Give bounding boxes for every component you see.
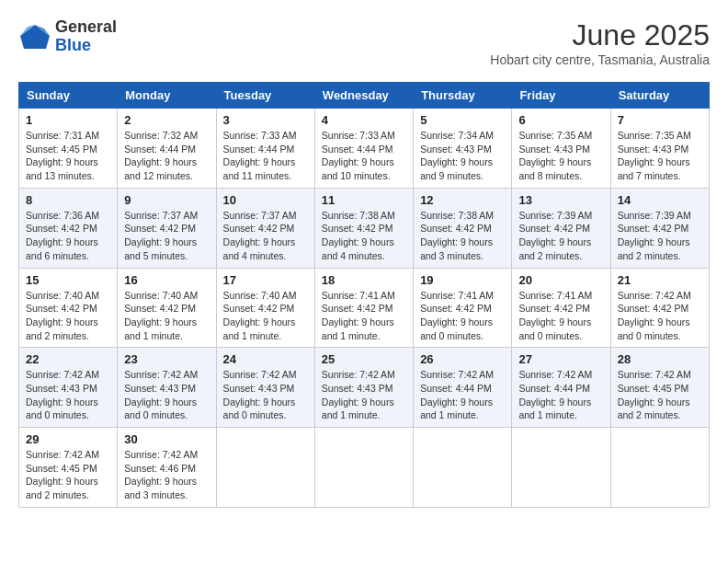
calendar-week-3: 15 Sunrise: 7:40 AM Sunset: 4:42 PM Dayl…: [19, 268, 710, 348]
table-row: 21 Sunrise: 7:42 AM Sunset: 4:42 PM Dayl…: [610, 268, 709, 348]
calendar-week-5: 29 Sunrise: 7:42 AM Sunset: 4:45 PM Dayl…: [19, 428, 710, 508]
table-row: [414, 428, 512, 508]
table-row: 27 Sunrise: 7:42 AM Sunset: 4:44 PM Dayl…: [512, 348, 610, 428]
calendar-week-4: 22 Sunrise: 7:42 AM Sunset: 4:43 PM Dayl…: [19, 348, 710, 428]
calendar-table: Sunday Monday Tuesday Wednesday Thursday…: [18, 82, 710, 508]
day-number: 7: [618, 113, 702, 127]
header-monday: Monday: [118, 83, 216, 109]
table-row: 12 Sunrise: 7:38 AM Sunset: 4:42 PM Dayl…: [414, 188, 512, 268]
day-number: 24: [223, 352, 308, 366]
day-info: Sunrise: 7:41 AM Sunset: 4:42 PM Dayligh…: [420, 289, 505, 343]
header-friday: Friday: [512, 83, 610, 109]
header-tuesday: Tuesday: [216, 83, 314, 109]
table-row: 15 Sunrise: 7:40 AM Sunset: 4:42 PM Dayl…: [19, 268, 118, 348]
table-row: 18 Sunrise: 7:41 AM Sunset: 4:42 PM Dayl…: [314, 268, 413, 348]
table-row: 3 Sunrise: 7:33 AM Sunset: 4:44 PM Dayli…: [216, 109, 314, 189]
day-info: Sunrise: 7:33 AM Sunset: 4:44 PM Dayligh…: [223, 129, 308, 183]
day-info: Sunrise: 7:34 AM Sunset: 4:43 PM Dayligh…: [420, 129, 505, 183]
day-number: 30: [124, 432, 209, 446]
table-row: 10 Sunrise: 7:37 AM Sunset: 4:42 PM Dayl…: [216, 188, 314, 268]
logo: General Blue: [18, 18, 117, 55]
day-number: 17: [223, 273, 308, 287]
table-row: 22 Sunrise: 7:42 AM Sunset: 4:43 PM Dayl…: [19, 348, 118, 428]
table-row: 11 Sunrise: 7:38 AM Sunset: 4:42 PM Dayl…: [314, 188, 413, 268]
day-number: 10: [223, 193, 308, 207]
day-number: 20: [518, 273, 603, 287]
calendar-week-2: 8 Sunrise: 7:36 AM Sunset: 4:42 PM Dayli…: [19, 188, 710, 268]
header-thursday: Thursday: [414, 83, 512, 109]
svg-marker-0: [20, 25, 50, 49]
day-info: Sunrise: 7:31 AM Sunset: 4:45 PM Dayligh…: [26, 129, 110, 183]
logo-blue-text: Blue: [55, 37, 117, 55]
table-row: 28 Sunrise: 7:42 AM Sunset: 4:45 PM Dayl…: [610, 348, 709, 428]
calendar-week-1: 1 Sunrise: 7:31 AM Sunset: 4:45 PM Dayli…: [19, 109, 710, 189]
day-info: Sunrise: 7:40 AM Sunset: 4:42 PM Dayligh…: [223, 289, 308, 343]
day-info: Sunrise: 7:42 AM Sunset: 4:43 PM Dayligh…: [223, 368, 308, 422]
logo-text: General Blue: [55, 18, 117, 55]
table-row: 1 Sunrise: 7:31 AM Sunset: 4:45 PM Dayli…: [19, 109, 118, 189]
day-info: Sunrise: 7:39 AM Sunset: 4:42 PM Dayligh…: [618, 209, 702, 263]
day-number: 29: [26, 432, 110, 446]
day-info: Sunrise: 7:42 AM Sunset: 4:44 PM Dayligh…: [420, 368, 505, 422]
day-info: Sunrise: 7:41 AM Sunset: 4:42 PM Dayligh…: [322, 289, 406, 343]
calendar-header-row: Sunday Monday Tuesday Wednesday Thursday…: [19, 83, 710, 109]
day-number: 16: [124, 273, 209, 287]
table-row: 7 Sunrise: 7:35 AM Sunset: 4:43 PM Dayli…: [610, 109, 709, 189]
header-wednesday: Wednesday: [314, 83, 413, 109]
day-number: 19: [420, 273, 505, 287]
day-info: Sunrise: 7:39 AM Sunset: 4:42 PM Dayligh…: [518, 209, 603, 263]
day-info: Sunrise: 7:35 AM Sunset: 4:43 PM Dayligh…: [618, 129, 702, 183]
day-number: 8: [26, 193, 110, 207]
title-section: June 2025 Hobart city centre, Tasmania, …: [490, 18, 710, 67]
table-row: 26 Sunrise: 7:42 AM Sunset: 4:44 PM Dayl…: [414, 348, 512, 428]
table-row: 24 Sunrise: 7:42 AM Sunset: 4:43 PM Dayl…: [216, 348, 314, 428]
day-number: 18: [322, 273, 406, 287]
day-info: Sunrise: 7:42 AM Sunset: 4:45 PM Dayligh…: [26, 448, 110, 502]
day-info: Sunrise: 7:33 AM Sunset: 4:44 PM Dayligh…: [322, 129, 406, 183]
day-number: 9: [124, 193, 209, 207]
day-number: 5: [420, 113, 505, 127]
day-number: 12: [420, 193, 505, 207]
header-sunday: Sunday: [19, 83, 118, 109]
day-number: 2: [124, 113, 209, 127]
day-info: Sunrise: 7:38 AM Sunset: 4:42 PM Dayligh…: [322, 209, 406, 263]
day-number: 23: [124, 352, 209, 366]
table-row: 14 Sunrise: 7:39 AM Sunset: 4:42 PM Dayl…: [610, 188, 709, 268]
day-number: 28: [618, 352, 702, 366]
day-number: 27: [518, 352, 603, 366]
day-number: 22: [26, 352, 110, 366]
logo-general-text: General: [55, 18, 117, 37]
table-row: 23 Sunrise: 7:42 AM Sunset: 4:43 PM Dayl…: [118, 348, 216, 428]
month-title: June 2025: [490, 18, 710, 52]
day-number: 1: [26, 113, 110, 127]
day-info: Sunrise: 7:42 AM Sunset: 4:43 PM Dayligh…: [322, 368, 406, 422]
day-number: 21: [618, 273, 702, 287]
day-number: 14: [618, 193, 702, 207]
table-row: [314, 428, 413, 508]
table-row: [216, 428, 314, 508]
day-info: Sunrise: 7:42 AM Sunset: 4:46 PM Dayligh…: [124, 448, 209, 502]
day-number: 6: [518, 113, 603, 127]
table-row: 25 Sunrise: 7:42 AM Sunset: 4:43 PM Dayl…: [314, 348, 413, 428]
day-info: Sunrise: 7:37 AM Sunset: 4:42 PM Dayligh…: [223, 209, 308, 263]
table-row: 6 Sunrise: 7:35 AM Sunset: 4:43 PM Dayli…: [512, 109, 610, 189]
location-title: Hobart city centre, Tasmania, Australia: [490, 52, 710, 67]
day-info: Sunrise: 7:42 AM Sunset: 4:45 PM Dayligh…: [618, 368, 702, 422]
table-row: [610, 428, 709, 508]
day-info: Sunrise: 7:32 AM Sunset: 4:44 PM Dayligh…: [124, 129, 209, 183]
day-info: Sunrise: 7:42 AM Sunset: 4:43 PM Dayligh…: [26, 368, 110, 422]
header-saturday: Saturday: [610, 83, 709, 109]
day-info: Sunrise: 7:35 AM Sunset: 4:43 PM Dayligh…: [518, 129, 603, 183]
table-row: 16 Sunrise: 7:40 AM Sunset: 4:42 PM Dayl…: [118, 268, 216, 348]
day-number: 25: [322, 352, 406, 366]
table-row: 13 Sunrise: 7:39 AM Sunset: 4:42 PM Dayl…: [512, 188, 610, 268]
day-number: 4: [322, 113, 406, 127]
day-info: Sunrise: 7:42 AM Sunset: 4:42 PM Dayligh…: [618, 289, 702, 343]
day-number: 26: [420, 352, 505, 366]
day-number: 11: [322, 193, 406, 207]
day-info: Sunrise: 7:40 AM Sunset: 4:42 PM Dayligh…: [124, 289, 209, 343]
day-info: Sunrise: 7:36 AM Sunset: 4:42 PM Dayligh…: [26, 209, 110, 263]
day-info: Sunrise: 7:41 AM Sunset: 4:42 PM Dayligh…: [518, 289, 603, 343]
day-number: 15: [26, 273, 110, 287]
day-number: 3: [223, 113, 308, 127]
